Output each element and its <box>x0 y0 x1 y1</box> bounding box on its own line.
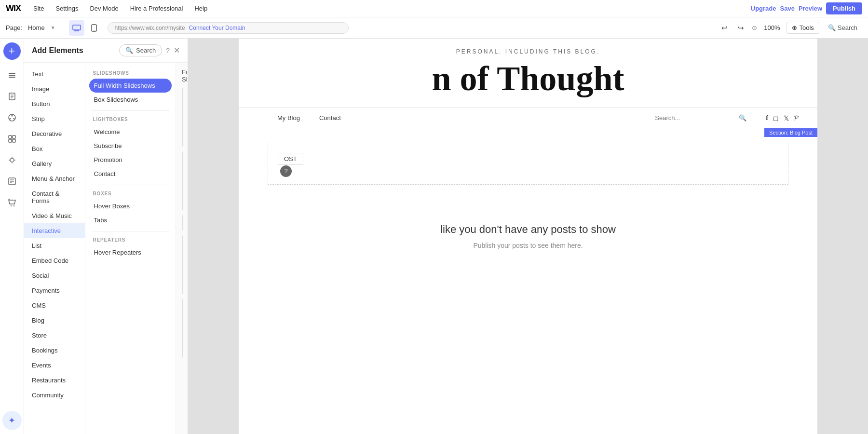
slide-card-home-bar[interactable]: ‹ TIPS HOW TO STOCK YOURHome Bar 🍹 › <box>182 151 183 210</box>
repeaters-heading: REPEATERS <box>89 235 172 245</box>
apps-icon[interactable] <box>2 150 22 170</box>
undo-button[interactable]: ↩ <box>717 21 732 35</box>
category-box[interactable]: Box <box>24 141 85 156</box>
icon-sidebar: + ✦ <box>0 39 24 434</box>
store-icon[interactable] <box>2 193 22 212</box>
twitter-icon[interactable]: 𝕏 <box>784 114 789 122</box>
facebook-icon[interactable]: f <box>766 114 768 122</box>
subcategory-tabs[interactable]: Tabs <box>89 213 172 227</box>
publish-hint-text: Publish your posts to see them here. <box>277 242 779 249</box>
subcategory-welcome[interactable]: Welcome <box>89 125 172 139</box>
canvas-inner: PERSONAL. INCLUDING THIS BLOG. n of Thou… <box>239 39 817 434</box>
blog-icon[interactable] <box>2 172 22 191</box>
publish-button[interactable]: Publish <box>826 2 862 14</box>
subcategory-list: SLIDESHOWS Full Width Slideshows Box Sli… <box>85 63 176 434</box>
panel-search-bar[interactable]: 🔍 Search <box>119 44 162 56</box>
category-strip[interactable]: Strip <box>24 111 85 126</box>
pages-icon[interactable] <box>2 87 22 106</box>
nav-dev-mode[interactable]: Dev Mode <box>85 3 123 14</box>
top-nav: Site Settings Dev Mode Hire a Profession… <box>28 3 212 14</box>
ai-icon[interactable]: ✦ <box>2 411 22 430</box>
category-contact-forms[interactable]: Contact & Forms <box>24 186 85 208</box>
category-restaurants[interactable]: Restaurants <box>24 373 85 388</box>
slide-card-designer[interactable]: ← HI! I'M a graphic DESIGNER FROM THE U.… <box>182 235 183 294</box>
nav-settings[interactable]: Settings <box>51 3 83 14</box>
blog-title: n of Thought <box>239 60 817 98</box>
layers-icon[interactable] <box>2 66 22 85</box>
blog-search[interactable]: 🔍 <box>645 108 756 127</box>
nav-hire[interactable]: Hire a Professional <box>125 3 188 14</box>
editor-search-button[interactable]: 🔍 Search <box>823 22 862 33</box>
category-button[interactable]: Button <box>24 96 85 111</box>
category-menu-anchor[interactable]: Menu & Anchor <box>24 171 85 186</box>
category-blog[interactable]: Blog <box>24 313 85 328</box>
upgrade-button[interactable]: Upgrade <box>751 5 776 12</box>
slide-card-collection[interactable]: ‹ INTRODUCING A Whole NewCollection 👩 › <box>182 299 183 358</box>
svg-point-15 <box>13 118 14 120</box>
slide-card-sale[interactable]: SALE • SALE • SALE • SALE <box>182 215 183 231</box>
chevron-down-icon[interactable]: ▼ <box>51 25 55 30</box>
grid-icon[interactable] <box>2 129 22 149</box>
category-store[interactable]: Store <box>24 328 85 343</box>
category-payments[interactable]: Payments <box>24 283 85 298</box>
page-name-display[interactable]: Home <box>28 24 45 31</box>
nav-help[interactable]: Help <box>190 3 212 14</box>
nav-site[interactable]: Site <box>28 3 49 14</box>
add-elements-button[interactable]: + <box>3 42 21 60</box>
svg-rect-17 <box>9 136 12 138</box>
mobile-view-icon[interactable] <box>86 20 102 36</box>
panel-header: Add Elements 🔍 Search ? ✕ <box>24 39 188 63</box>
subcategory-subscribe[interactable]: Subscribe <box>89 139 172 153</box>
redo-button[interactable]: ↪ <box>733 21 748 35</box>
svg-point-14 <box>11 115 13 117</box>
nav-home[interactable] <box>248 108 268 127</box>
nav-my-blog[interactable]: My Blog <box>268 108 310 127</box>
category-embed-code[interactable]: Embed Code <box>24 253 85 268</box>
blog-header-text: PERSONAL. INCLUDING THIS BLOG. <box>239 39 817 60</box>
url-text: https://www.wix.com/mysite <box>115 25 185 31</box>
help-icon[interactable]: ? <box>166 47 170 54</box>
no-posts-message: like you don't have any posts to show Pu… <box>268 194 788 278</box>
category-bookings[interactable]: Bookings <box>24 343 85 358</box>
url-bar[interactable]: https://www.wix.com/mysite Connect Your … <box>108 22 349 34</box>
svg-point-21 <box>10 158 14 162</box>
category-video-music[interactable]: Video & Music <box>24 208 85 223</box>
svg-point-16 <box>9 118 11 120</box>
blog-search-input[interactable] <box>655 114 736 122</box>
subcategory-promotion[interactable]: Promotion <box>89 153 172 167</box>
category-list[interactable]: List <box>24 238 85 253</box>
category-social[interactable]: Social <box>24 268 85 283</box>
slide-card-get-fit[interactable]: ‹ GET fit Start Today 🏃 › <box>182 88 183 147</box>
pinterest-icon[interactable]: 𝓟 <box>794 114 798 122</box>
category-gallery[interactable]: Gallery <box>24 156 85 171</box>
subcategory-hover-repeaters[interactable]: Hover Repeaters <box>89 245 172 259</box>
subcategory-hover-boxes[interactable]: Hover Boxes <box>89 199 172 213</box>
close-panel-icon[interactable]: ✕ <box>174 46 180 55</box>
subcategory-full-width-slideshows[interactable]: Full Width Slideshows <box>89 79 172 93</box>
canvas-area: PERSONAL. INCLUDING THIS BLOG. n of Thou… <box>188 39 868 434</box>
category-interactive[interactable]: Interactive <box>24 223 85 238</box>
subcategory-box-slideshows[interactable]: Box Slideshows <box>89 93 172 107</box>
instagram-icon[interactable]: ◻ <box>773 114 779 122</box>
save-button[interactable]: Save <box>780 5 795 12</box>
subcategory-contact[interactable]: Contact <box>89 167 172 181</box>
tools-label: Tools <box>799 24 814 31</box>
preview-button[interactable]: Preview <box>799 5 822 12</box>
desktop-view-icon[interactable] <box>69 20 84 36</box>
category-decorative[interactable]: Decorative <box>24 126 85 141</box>
tools-button[interactable]: ⊕ Tools <box>787 22 819 34</box>
category-image[interactable]: Image <box>24 81 85 96</box>
elements-category-list: Text Image Button Strip Decorative Box G… <box>24 63 85 434</box>
toolbar-right-controls: ↩ ↪ ⊙ 100% ⊕ Tools 🔍 Search <box>717 21 862 35</box>
connect-domain-link[interactable]: Connect Your Domain <box>189 25 245 31</box>
category-cms[interactable]: CMS <box>24 298 85 313</box>
help-circle-icon[interactable]: ? <box>280 165 292 177</box>
category-community[interactable]: Community <box>24 388 85 403</box>
category-events[interactable]: Events <box>24 358 85 373</box>
svg-rect-8 <box>9 77 15 78</box>
theme-icon[interactable] <box>2 108 22 127</box>
panel-content: Text Image Button Strip Decorative Box G… <box>24 63 188 434</box>
nav-contact[interactable]: Contact <box>310 108 351 127</box>
category-text[interactable]: Text <box>24 67 85 81</box>
search-icon: 🔍 <box>125 47 133 54</box>
